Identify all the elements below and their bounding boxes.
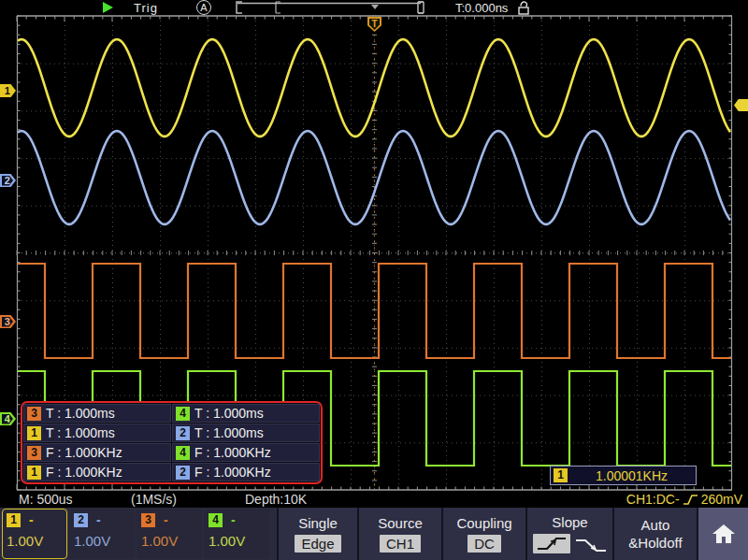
- ch4-coupling: -: [231, 512, 236, 527]
- ch4-level-marker[interactable]: 4: [0, 412, 16, 425]
- channel4-box[interactable]: 4- 1.00V: [204, 509, 269, 559]
- window-position-marker: [371, 5, 379, 9]
- measure-value: T : 1.000ms: [46, 425, 115, 440]
- channel3-box[interactable]: 3- 1.00V: [137, 509, 202, 559]
- timebase-readout: M: 500us: [19, 492, 73, 507]
- ch1-badge: 1: [554, 468, 568, 482]
- ch2-badge: 2: [74, 513, 88, 527]
- measure-cell: 4T : 1.000ms: [172, 404, 320, 423]
- trigger-slope-button[interactable]: Slope: [525, 508, 612, 560]
- ch2-badge: 2: [176, 466, 190, 480]
- trigger-slope-label: Slope: [552, 514, 587, 530]
- channel1-box[interactable]: 1- 1.00V: [2, 509, 67, 559]
- ch3-badge: 3: [141, 513, 155, 527]
- measure-value: T : 1.000ms: [46, 406, 115, 421]
- ch1-badge: 1: [27, 426, 41, 440]
- menu-spacer: [269, 508, 277, 560]
- ch2-scale: 1.00V: [74, 533, 130, 549]
- ch4-scale: 1.00V: [209, 533, 265, 549]
- measure-value: F : 1.000KHz: [46, 465, 122, 480]
- acquisition-status-bar: M: 500us (1MS/s) Depth:10K CH1:DC- 260mV: [0, 490, 748, 508]
- measure-value: T : 1.000ms: [194, 425, 264, 440]
- trigger-source-value: CH1: [380, 535, 421, 553]
- sample-rate-readout: (1MS/s): [131, 492, 177, 507]
- top-status-bar: Trig A T:0.000ns: [0, 0, 748, 16]
- holdoff-label-line1: Auto: [641, 517, 670, 533]
- trigger-settings-readout: CH1:DC- 260mV: [626, 492, 742, 507]
- frequency-value: 1.00001KHz: [568, 468, 696, 483]
- trigger-source-button[interactable]: Source CH1: [357, 508, 441, 560]
- measure-cell: 2T : 1.000ms: [172, 424, 320, 442]
- unlock-icon[interactable]: [517, 1, 530, 15]
- ch3-coupling: -: [164, 512, 168, 527]
- measure-cell: 3F : 1.000KHz: [23, 443, 171, 462]
- ch1-badge: 1: [27, 466, 41, 480]
- auto-trigger-icon: A: [196, 0, 211, 15]
- ch2-badge: 2: [176, 426, 190, 440]
- ch2-coupling: -: [96, 512, 101, 527]
- trigger-coupling-button[interactable]: Coupling DC: [441, 508, 525, 560]
- falling-slope-icon[interactable]: [574, 538, 608, 553]
- trigger-level-text: 260mV: [701, 492, 742, 507]
- measure-cell: 3T : 1.000ms: [23, 404, 171, 423]
- trigger-mode-label: Single: [298, 515, 338, 531]
- horizontal-position-indicator[interactable]: [234, 0, 430, 15]
- measure-value: F : 1.000KHz: [194, 465, 271, 480]
- measure-value: F : 1.000KHz: [194, 445, 271, 460]
- ch2-level-marker[interactable]: 2: [0, 174, 16, 187]
- ch3-scale: 1.00V: [141, 533, 197, 549]
- measure-cell: 1F : 1.000KHz: [23, 463, 171, 481]
- rising-slope-option[interactable]: [533, 534, 570, 553]
- rising-slope-icon: [536, 536, 568, 552]
- rising-edge-icon: [683, 494, 698, 506]
- trig-label: Trig: [134, 1, 158, 15]
- home-button[interactable]: [697, 508, 748, 560]
- ch1-badge: 1: [7, 513, 21, 527]
- measure-cell: 1T : 1.000ms: [23, 424, 171, 442]
- holdoff-button[interactable]: Auto &Holdoff: [612, 508, 697, 560]
- channel2-box[interactable]: 2- 1.00V: [69, 509, 135, 559]
- trigger-mode-value: Edge: [295, 535, 340, 553]
- ch4-badge: 4: [209, 513, 223, 527]
- ch1-coupling: -: [29, 512, 34, 527]
- trigger-source-text: CH1:DC-: [626, 492, 680, 507]
- trigger-coupling-value: DC: [468, 535, 501, 553]
- trigger-time-readout: T:0.000ns: [455, 1, 508, 15]
- ch3-badge: 3: [27, 446, 41, 460]
- measure-value: T : 1.000ms: [194, 406, 264, 421]
- oscilloscope-screen: Trig A T:0.000ns T 1 2 3 4: [0, 0, 748, 560]
- ch3-level-marker[interactable]: 3: [0, 315, 16, 328]
- measure-value: F : 1.000KHz: [46, 445, 122, 460]
- measure-cell: 4F : 1.000KHz: [172, 443, 320, 462]
- ch1-scale: 1.00V: [7, 533, 63, 549]
- holdoff-label-line2: &Holdoff: [628, 535, 682, 551]
- trigger-coupling-label: Coupling: [456, 515, 511, 531]
- measure-cell: 2F : 1.000KHz: [172, 463, 320, 481]
- ch3-badge: 3: [27, 407, 41, 421]
- trigger-source-label: Source: [378, 515, 423, 531]
- memory-depth-readout: Depth:10K: [245, 492, 307, 507]
- frequency-counter: 1 1.00001KHz: [550, 466, 697, 485]
- measurement-readout-box: 3T : 1.000ms 4T : 1.000ms 1T : 1.000ms 2…: [21, 401, 323, 484]
- run-state-icon: [103, 2, 113, 13]
- soft-menu-bar: 1- 1.00V 2- 1.00V 3- 1.00V 4- 1.00V Sing…: [0, 508, 748, 560]
- home-icon: [712, 523, 736, 545]
- trigger-mode-button[interactable]: Single Edge: [277, 508, 357, 560]
- ch4-badge: 4: [176, 446, 190, 460]
- ch1-level-marker[interactable]: 1: [0, 84, 16, 97]
- ch4-badge: 4: [176, 407, 190, 421]
